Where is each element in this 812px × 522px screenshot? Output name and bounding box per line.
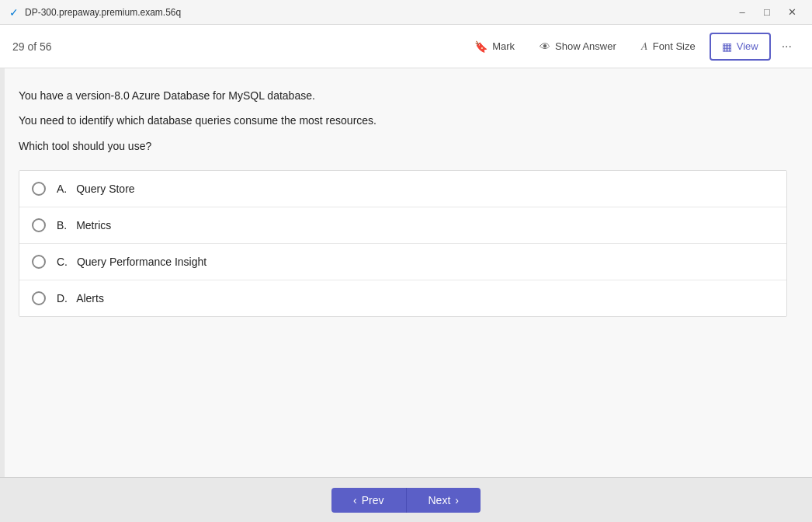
option-d[interactable]: D. Alerts	[19, 280, 786, 316]
option-a-label: A. Query Store	[57, 183, 135, 195]
option-d-text: Alerts	[76, 292, 104, 304]
more-button[interactable]: ···	[774, 33, 800, 60]
option-a-letter: A.	[57, 183, 67, 195]
view-button[interactable]: ▦ View	[710, 33, 771, 61]
bottom-bar: ‹ Prev Next ›	[0, 477, 812, 522]
option-b-text: Metrics	[76, 219, 111, 231]
toolbar: 29 of 56 🔖 Mark 👁 Show Answer 𝐴 Font Siz…	[0, 25, 812, 68]
option-b-letter: B.	[57, 219, 67, 231]
radio-c	[32, 255, 46, 269]
question-line1: You have a version-8.0 Azure Database fo…	[19, 87, 793, 104]
font-size-label: Font Size	[653, 40, 696, 52]
radio-d	[32, 291, 46, 305]
window-title: DP-300.prepaway.premium.exam.56q	[25, 7, 181, 18]
option-c[interactable]: C. Query Performance Insight	[19, 244, 786, 280]
option-c-label: C. Query Performance Insight	[57, 256, 206, 268]
option-c-letter: C.	[57, 256, 68, 268]
question-prompt: Which tool should you use?	[19, 137, 793, 155]
toolbar-actions: 🔖 Mark 👁 Show Answer 𝐴 Font Size ▦ View …	[463, 33, 800, 61]
option-b-label: B. Metrics	[57, 219, 111, 231]
view-label: View	[737, 40, 758, 52]
eye-icon: 👁	[540, 40, 550, 53]
app-icon: ✓	[9, 6, 19, 19]
option-d-label: D. Alerts	[57, 292, 104, 304]
option-c-text: Query Performance Insight	[77, 256, 206, 268]
show-answer-button[interactable]: 👁 Show Answer	[529, 34, 627, 59]
bookmark-icon: 🔖	[474, 40, 488, 53]
mark-label: Mark	[492, 40, 515, 52]
prev-chevron-icon: ‹	[353, 494, 357, 506]
maximize-button[interactable]: □	[756, 4, 778, 21]
font-icon: 𝐴	[641, 40, 648, 53]
minimize-button[interactable]: –	[731, 4, 753, 21]
prev-button[interactable]: ‹ Prev	[331, 488, 406, 513]
option-a[interactable]: A. Query Store	[19, 171, 786, 207]
next-label: Next	[429, 494, 451, 506]
title-bar-left: ✓ DP-300.prepaway.premium.exam.56q	[9, 6, 181, 19]
question-counter: 29 of 56	[12, 40, 52, 53]
prev-label: Prev	[362, 494, 384, 506]
radio-a	[32, 182, 46, 196]
left-accent	[0, 68, 5, 477]
next-chevron-icon: ›	[455, 494, 459, 506]
main-content: You have a version-8.0 Azure Database fo…	[0, 68, 812, 477]
options-container: A. Query Store B. Metrics C. Query Perfo…	[19, 170, 787, 317]
title-bar-controls: – □ ✕	[731, 4, 803, 21]
font-size-button[interactable]: 𝐴 Font Size	[630, 33, 706, 59]
mark-button[interactable]: 🔖 Mark	[463, 34, 526, 59]
question-line2: You need to identify which database quer…	[19, 112, 793, 129]
close-button[interactable]: ✕	[781, 4, 803, 21]
view-icon: ▦	[722, 40, 732, 53]
option-a-text: Query Store	[76, 183, 134, 195]
option-b[interactable]: B. Metrics	[19, 207, 786, 244]
radio-b	[32, 218, 46, 232]
next-button[interactable]: Next ›	[407, 488, 481, 513]
option-d-letter: D.	[57, 292, 68, 304]
title-bar: ✓ DP-300.prepaway.premium.exam.56q – □ ✕	[0, 0, 812, 25]
show-answer-label: Show Answer	[555, 40, 616, 52]
